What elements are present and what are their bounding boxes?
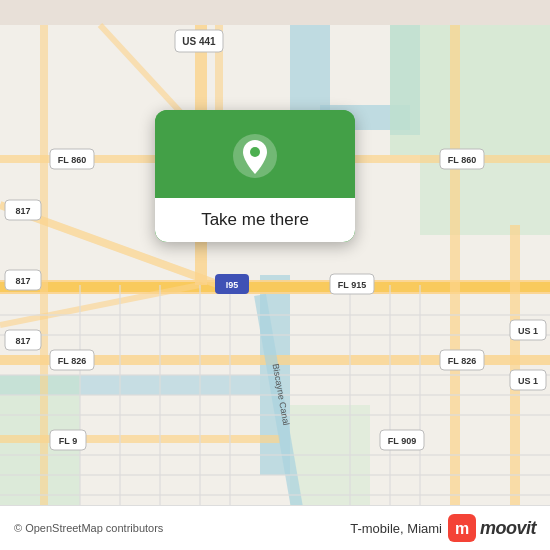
svg-rect-7 <box>420 155 550 235</box>
svg-text:m: m <box>455 520 469 537</box>
map-container: US 441 US 441 FL 860 FL 860 817 817 817 … <box>0 0 550 550</box>
svg-text:FL 826: FL 826 <box>448 356 476 366</box>
svg-text:US 1: US 1 <box>518 376 538 386</box>
svg-text:US 441: US 441 <box>182 36 216 47</box>
svg-text:FL 9: FL 9 <box>59 436 77 446</box>
svg-text:US 1: US 1 <box>518 326 538 336</box>
svg-rect-17 <box>450 25 460 525</box>
svg-rect-11 <box>0 282 550 292</box>
popup-icon-area <box>155 110 355 198</box>
attribution-text: © OpenStreetMap contributors <box>14 522 163 534</box>
svg-point-72 <box>250 147 260 157</box>
svg-text:817: 817 <box>15 206 30 216</box>
bottom-bar: © OpenStreetMap contributors T-mobile, M… <box>0 505 550 550</box>
svg-text:817: 817 <box>15 336 30 346</box>
take-me-there-button[interactable]: Take me there <box>155 198 355 242</box>
svg-text:FL 909: FL 909 <box>388 436 416 446</box>
moovit-logo[interactable]: m moovit <box>448 514 536 542</box>
svg-text:FL 826: FL 826 <box>58 356 86 366</box>
svg-text:FL 860: FL 860 <box>58 155 86 165</box>
moovit-icon: m <box>448 514 476 542</box>
location-pin-icon <box>231 132 279 180</box>
app-name-label: T-mobile, Miami <box>350 521 442 536</box>
moovit-text: moovit <box>480 518 536 539</box>
svg-rect-6 <box>390 25 550 155</box>
svg-text:817: 817 <box>15 276 30 286</box>
svg-text:FL 915: FL 915 <box>338 280 366 290</box>
app-info: T-mobile, Miami m moovit <box>350 514 536 542</box>
svg-text:FL 860: FL 860 <box>448 155 476 165</box>
svg-text:I95: I95 <box>226 280 239 290</box>
navigation-popup[interactable]: Take me there <box>155 110 355 242</box>
map-background: US 441 US 441 FL 860 FL 860 817 817 817 … <box>0 0 550 550</box>
